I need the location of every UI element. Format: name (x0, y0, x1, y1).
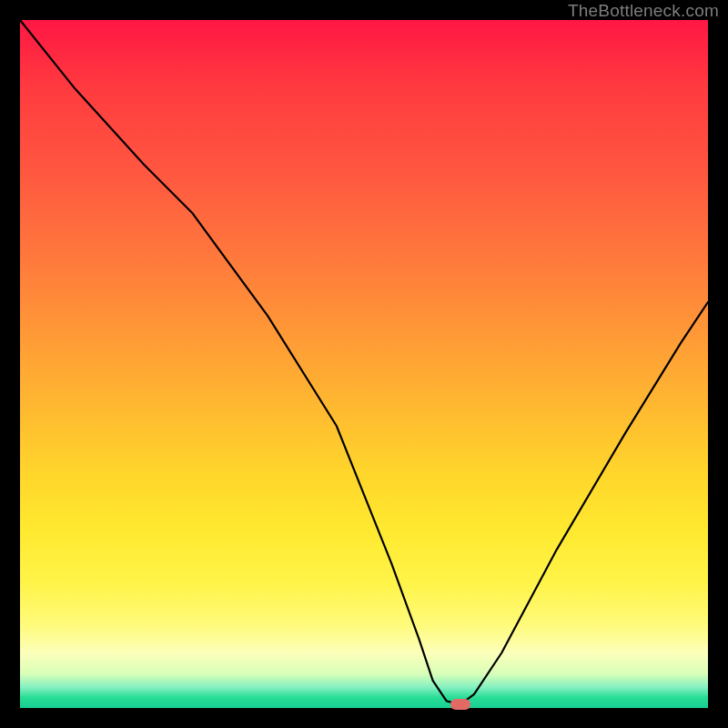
bottleneck-curve (20, 20, 708, 708)
curve-path (20, 20, 708, 704)
plot-area (20, 20, 708, 708)
watermark-text: TheBottleneck.com (568, 1, 719, 21)
optimal-marker (450, 699, 470, 710)
chart-frame: TheBottleneck.com (0, 0, 728, 728)
